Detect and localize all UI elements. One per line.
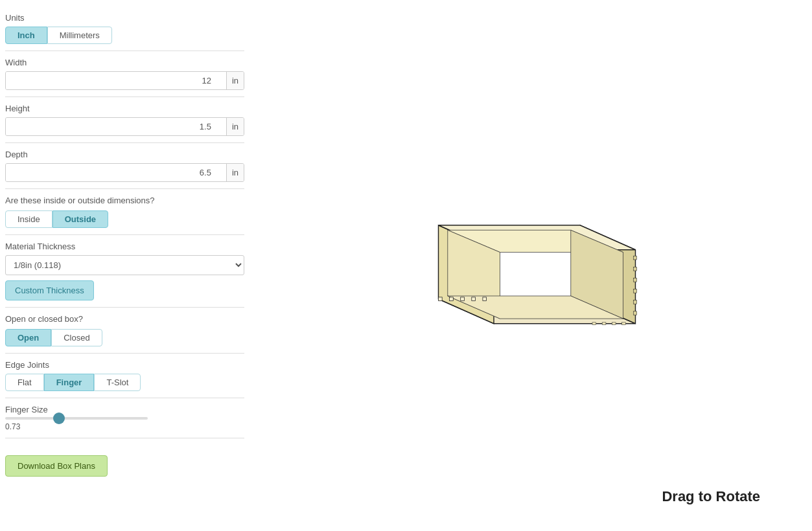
svg-rect-18 — [634, 267, 637, 271]
open-closed-question: Open or closed box? — [5, 314, 244, 324]
height-section: Height in — [5, 97, 244, 143]
units-toggle-group: Inch Millimeters — [5, 27, 244, 44]
svg-rect-17 — [634, 256, 637, 260]
download-box-plans-button[interactable]: Download Box Plans — [5, 455, 108, 477]
units-millimeters-btn[interactable]: Millimeters — [47, 27, 112, 44]
svg-rect-10 — [461, 297, 465, 301]
svg-rect-11 — [472, 297, 476, 301]
width-unit: in — [226, 72, 244, 89]
open-closed-toggle-group: Open Closed — [5, 329, 244, 346]
width-section: Width in — [5, 51, 244, 97]
tslot-btn[interactable]: T-Slot — [94, 374, 141, 391]
svg-rect-20 — [634, 289, 637, 293]
open-closed-section: Open or closed box? Open Closed — [5, 308, 244, 354]
flat-btn[interactable]: Flat — [5, 374, 44, 391]
edge-joints-section: Edge Joints Flat Finger T-Slot — [5, 354, 244, 398]
width-input[interactable] — [6, 72, 226, 89]
svg-rect-13 — [592, 322, 596, 325]
finger-btn[interactable]: Finger — [44, 374, 95, 391]
units-section: Units Inch Millimeters — [5, 6, 244, 51]
svg-rect-21 — [634, 300, 637, 304]
dimensions-inside-btn[interactable]: Inside — [5, 210, 52, 228]
depth-label: Depth — [5, 150, 244, 159]
height-unit: in — [226, 118, 244, 135]
units-inch-btn[interactable]: Inch — [5, 27, 47, 44]
closed-btn[interactable]: Closed — [51, 329, 102, 346]
height-label: Height — [5, 104, 244, 113]
depth-input-row: in — [5, 163, 244, 182]
depth-unit: in — [226, 164, 244, 181]
right-panel: Drag to Rotate — [249, 0, 812, 531]
dimensions-toggle-group: Inside Outside — [5, 210, 244, 228]
drag-to-rotate-label: Drag to Rotate — [662, 488, 760, 505]
width-label: Width — [5, 58, 244, 67]
svg-rect-14 — [602, 322, 606, 325]
finger-size-value: 0.73 — [5, 422, 244, 431]
box-illustration[interactable] — [408, 175, 654, 343]
left-panel: Units Inch Millimeters Width in Height i… — [0, 0, 249, 531]
svg-rect-22 — [634, 311, 637, 315]
dimensions-outside-btn[interactable]: Outside — [52, 210, 108, 228]
svg-rect-15 — [612, 322, 616, 325]
svg-rect-9 — [450, 297, 454, 301]
material-thickness-section: Material Thickness 1/8in (0.118) 1/4in (… — [5, 235, 244, 308]
svg-rect-16 — [622, 322, 626, 325]
dimensions-question: Are these inside or outside dimensions? — [5, 196, 244, 205]
dimensions-section: Are these inside or outside dimensions? … — [5, 189, 244, 235]
material-thickness-select[interactable]: 1/8in (0.118) 1/4in (0.236) 3/8in (0.354… — [5, 255, 244, 275]
custom-thickness-button[interactable]: Custom Thickness — [5, 280, 94, 300]
depth-input[interactable] — [6, 164, 226, 181]
width-input-row: in — [5, 71, 244, 90]
svg-rect-19 — [634, 278, 637, 282]
material-thickness-label: Material Thickness — [5, 242, 244, 251]
finger-size-slider[interactable] — [5, 417, 148, 420]
slider-container: 0.73 — [5, 417, 244, 431]
edge-joints-label: Edge Joints — [5, 360, 244, 370]
depth-section: Depth in — [5, 143, 244, 189]
svg-rect-12 — [483, 297, 487, 301]
edge-joints-toggle-group: Flat Finger T-Slot — [5, 374, 244, 391]
finger-size-section: Finger Size 0.73 — [5, 398, 244, 438]
open-btn[interactable]: Open — [5, 329, 51, 346]
download-section: Download Box Plans — [5, 438, 244, 483]
height-input[interactable] — [6, 118, 226, 135]
height-input-row: in — [5, 117, 244, 136]
svg-rect-8 — [439, 297, 443, 301]
units-label: Units — [5, 13, 244, 23]
